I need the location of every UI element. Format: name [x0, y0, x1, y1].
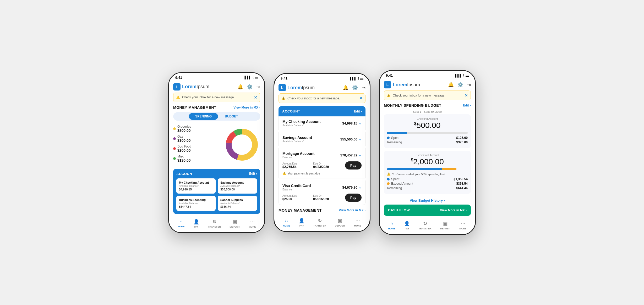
logo-icon-1: L [173, 83, 181, 91]
nav-pay-3[interactable]: 👤 PAY [404, 221, 410, 230]
status-icons-1: ▌▌▌ ⌇ ▬ [244, 76, 258, 79]
account-amount-savings: $55,500.00 ⌄ [340, 137, 362, 141]
account-card-school: School Supplies Available Balance* $356.… [218, 196, 257, 211]
account-info-mortgage: Mortgage Account Balance [282, 151, 314, 159]
wifi-icon-3: ⌇ [463, 74, 465, 77]
visa-amount-due-label: Amount Due [282, 194, 297, 197]
logo-3: L LoremIpsum [384, 81, 420, 88]
budget-toggle[interactable]: BUDGET [219, 113, 244, 120]
budget-detail-spent-checking: Spent $125.00 [387, 136, 468, 140]
legend-label-dogfood: Dog Food $200.00 [177, 145, 191, 152]
account-section-edit-2[interactable]: Edit › [354, 110, 362, 113]
toggle-group-1: SPENDING BUDGET [173, 112, 260, 121]
warning-icon-3: ⚠️ [387, 94, 391, 97]
notification-bell-icon-2[interactable]: 🔔 [343, 85, 348, 91]
mortgage-amount-due-label: Amount Due [282, 162, 297, 165]
mortgage-due-on-label: Due On [313, 162, 329, 165]
wifi-icon: ⌇ [252, 76, 254, 79]
nav-pay-2[interactable]: 👤 PAY [299, 218, 304, 227]
account-name-savings: Savings Account [282, 135, 312, 140]
header-icons-1: 🔔 ⚙️ ⇥ [237, 84, 260, 90]
notification-bell-icon-3[interactable]: 🔔 [448, 82, 454, 88]
mortgage-due-on-group: Due On 04/23/2020 [313, 162, 329, 169]
progress-blue-credit [387, 168, 442, 170]
bottom-nav-2: ⌂ HOME 👤 PAY ↻ TRANSFER ▣ DEPOSIT ⋯ MORE [279, 215, 365, 231]
settings-gear-icon-2[interactable]: ⚙️ [352, 85, 358, 91]
account-sublabel-savings: Available Balance* [282, 140, 312, 143]
legend-dot-gas [173, 137, 176, 140]
nav-transfer-3[interactable]: ↻ TRANSFER [419, 221, 432, 230]
logout-icon-2[interactable]: ⇥ [362, 85, 365, 91]
phone-1: 9:41 ▌▌▌ ⌇ ▬ L LoremIpsum 🔔 ⚙️ ⇥ ⚠️ Chec… [168, 72, 265, 233]
legend-label-misc: Misc $130.00 [177, 155, 191, 162]
nav-home-2[interactable]: ⌂ HOME [283, 218, 290, 227]
warning-icon-1: ⚠️ [176, 95, 180, 99]
mm-title-2: MONEY MANAGEMENT [279, 208, 322, 212]
visa-amount-due-group: Amount Due $25.00 [282, 194, 297, 201]
nav-deposit-label-1: DEPOSIT [230, 225, 240, 228]
logout-icon[interactable]: ⇥ [256, 84, 260, 90]
chevron-down-checking[interactable]: ⌄ [358, 121, 362, 125]
account-card-checking: My Checking Account Available Balance* $… [176, 178, 216, 194]
close-notification-3[interactable]: ✕ [465, 93, 468, 98]
nav-home-1[interactable]: ⌂ HOME [178, 219, 185, 228]
account-edit-1[interactable]: Edit › [249, 172, 257, 176]
visa-due-on-value: 05/01/2020 [313, 197, 329, 201]
mm-link-1[interactable]: View More in MX › [233, 106, 260, 109]
close-notification-1[interactable]: ✕ [254, 95, 257, 100]
nav-more-label-1: MORE [249, 225, 256, 228]
mortgage-pay-button[interactable]: Pay [345, 161, 362, 170]
chevron-down-visa[interactable]: ⌄ [358, 185, 362, 189]
account-card-name-2: Business Spending [179, 198, 213, 201]
budget-label-exceed-credit: Exceed Amount [387, 182, 413, 185]
phone-body-3: L LoremIpsum 🔔 ⚙️ ⇥ ⚠️ Check your inbox … [380, 78, 475, 234]
legend-dot-misc [173, 157, 176, 160]
svg-point-4 [233, 136, 251, 154]
logout-icon-3[interactable]: ⇥ [467, 82, 471, 88]
nav-more-1[interactable]: ⋯ MORE [249, 219, 256, 228]
nav-more-3[interactable]: ⋯ MORE [459, 221, 466, 230]
mm-link-2[interactable]: View More in MX › [339, 208, 365, 212]
budget-amount-spent-credit: $1,358.54 [454, 177, 468, 181]
visa-due-on-label: Due On [313, 194, 329, 197]
nav-more-label-3: MORE [459, 227, 466, 230]
budget-label-remaining-checking: Remaining [387, 140, 402, 144]
account-list-header-checking: My Checking Account Available Balance* $… [282, 120, 362, 127]
phone-body-2: L LoremIpsum 🔔 ⚙️ ⇥ ⚠️ Check your inbox … [274, 81, 370, 231]
account-item-checking-2: My Checking Account Available Balance* $… [279, 116, 365, 130]
visa-pay-button[interactable]: Pay [345, 194, 362, 202]
nav-deposit-label-3: DEPOSIT [440, 227, 451, 230]
battery-icon: ▬ [255, 76, 258, 79]
budget-edit-3[interactable]: Edit › [463, 104, 471, 107]
budget-detail-remaining-checking: Remaining $375.00 [387, 140, 468, 144]
mortgage-amount-due-value: $2,765.54 [282, 165, 297, 169]
nav-transfer-label-2: TRANSFER [313, 224, 326, 227]
visa-detail-row: Amount Due $25.00 Due On 05/01/2020 Pay [282, 194, 362, 202]
nav-deposit-2[interactable]: ▣ DEPOSIT [335, 218, 345, 227]
app-header-1: L LoremIpsum 🔔 ⚙️ ⇥ [173, 81, 260, 93]
nav-deposit-1[interactable]: ▣ DEPOSIT [230, 219, 240, 228]
nav-pay-1[interactable]: 👤 PAY [193, 219, 199, 228]
nav-more-2[interactable]: ⋯ MORE [354, 218, 361, 227]
cash-flow-link-3[interactable]: View More in MX › [440, 208, 467, 212]
account-name-visa: Visa Credit Card [282, 184, 311, 188]
nav-home-3[interactable]: ⌂ HOME [388, 221, 395, 230]
account-item-mortgage-2: Mortgage Account Balance $78,457.32 ⌄ Am… [279, 148, 365, 178]
signal-icon: ▌▌▌ [244, 76, 251, 79]
budget-amount-remaining-credit: $641.46 [456, 186, 468, 190]
close-notification-2[interactable]: ✕ [359, 96, 363, 101]
settings-gear-icon-3[interactable]: ⚙️ [457, 82, 463, 88]
view-budget-history-link[interactable]: View Budget History › [384, 196, 471, 205]
settings-gear-icon[interactable]: ⚙️ [247, 84, 253, 90]
notification-bell-icon[interactable]: 🔔 [237, 84, 243, 90]
spending-toggle[interactable]: SPENDING [189, 113, 218, 120]
account-item-savings-2: Savings Account Available Balance* $55,5… [279, 132, 365, 146]
nav-deposit-3[interactable]: ▣ DEPOSIT [440, 221, 451, 230]
chevron-down-savings[interactable]: ⌄ [358, 137, 362, 141]
nav-transfer-2[interactable]: ↻ TRANSFER [313, 218, 326, 227]
chevron-down-mortgage[interactable]: ⌄ [358, 153, 362, 157]
nav-pay-label-2: PAY [299, 224, 304, 227]
account-sublabel-mortgage: Balance [282, 156, 314, 159]
nav-transfer-1[interactable]: ↻ TRANSFER [208, 219, 221, 228]
budget-amount-remaining-checking: $375.00 [456, 140, 468, 144]
